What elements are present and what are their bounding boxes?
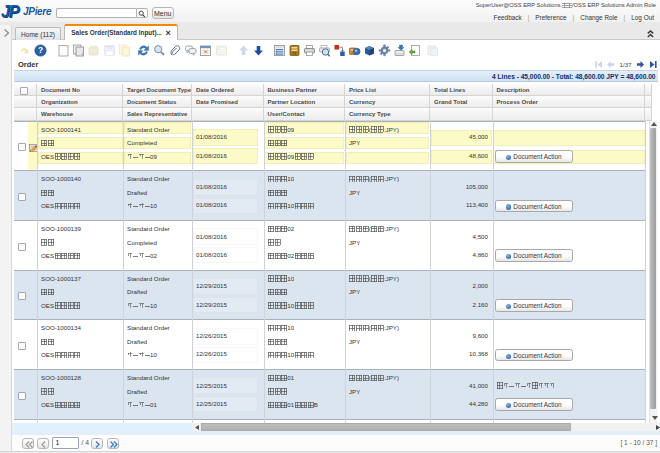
svg-text:?: ?: [38, 45, 43, 55]
